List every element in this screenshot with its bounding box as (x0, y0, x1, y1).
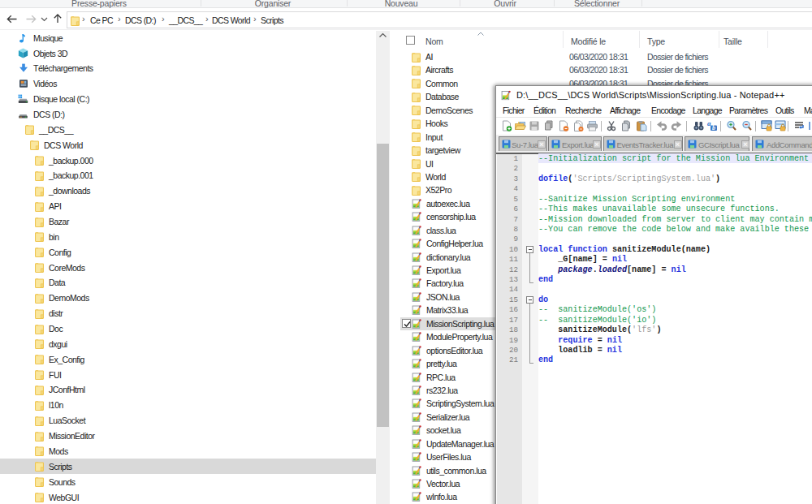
svg-text:b: b (712, 124, 715, 131)
